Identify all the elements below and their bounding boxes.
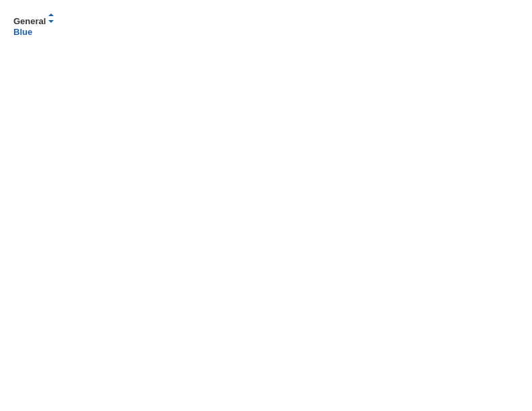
logo-svg: General Blue xyxy=(13,13,54,40)
header: General Blue xyxy=(13,13,519,40)
svg-marker-3 xyxy=(48,20,54,23)
svg-text:General: General xyxy=(13,16,46,26)
svg-text:Blue: Blue xyxy=(13,27,32,37)
logo: General Blue xyxy=(13,13,54,40)
svg-marker-2 xyxy=(48,13,54,16)
